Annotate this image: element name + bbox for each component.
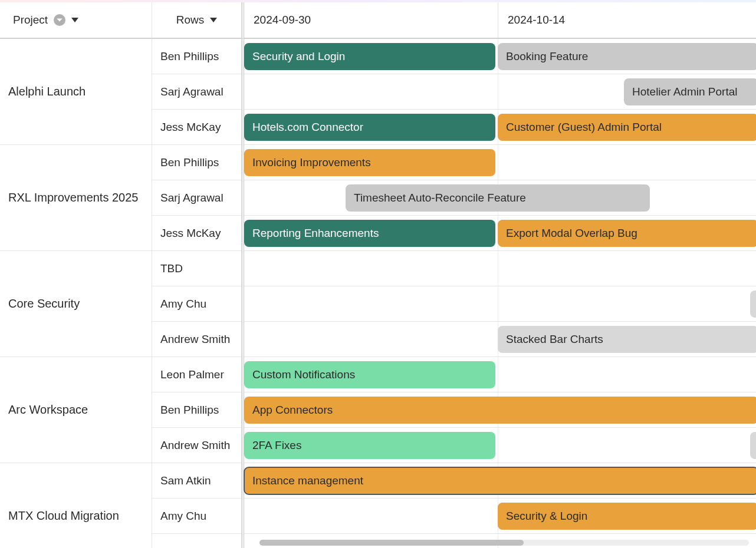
task-label: Hotelier Admin Portal <box>632 85 737 98</box>
timeline-date-label: 2024-10-14 <box>508 14 565 27</box>
task-bar[interactable]: 2FA Fixes <box>244 432 495 459</box>
column-header-rows[interactable]: Rows <box>152 2 242 39</box>
task-label: Security and Login <box>252 50 345 63</box>
task-bar[interactable]: Custom Notifications <box>244 361 495 388</box>
person-row[interactable]: Sarj Agrawal <box>152 74 242 110</box>
task-label: Security & Login <box>506 510 587 523</box>
caret-down-icon[interactable] <box>71 18 78 22</box>
person-name: Leon Palmer <box>160 368 224 381</box>
task-label: Stacked Bar Charts <box>506 333 603 346</box>
timeline-row[interactable]: Reporting EnhancementsExport Modal Overl… <box>244 216 756 251</box>
timeline-row[interactable]: Security and LoginBooking Feature <box>244 39 756 74</box>
person-row[interactable]: Leon Palmer <box>152 357 242 392</box>
person-name: Ben Phillips <box>160 156 219 169</box>
person-row[interactable]: Ben Phillips <box>152 392 242 428</box>
rows-column: TBDAmy ChuAndrew Smith <box>152 251 242 357</box>
task-bar[interactable]: Customer (Guest) Admin Portal <box>498 114 756 141</box>
rows-column: Sam AtkinAmy Chu <box>152 463 242 548</box>
person-name: Sarj Agrawal <box>160 192 223 204</box>
task-label: Booking Feature <box>506 50 588 63</box>
timeline-header: 2024-09-30 2024-10-14 <box>242 2 756 39</box>
timeline-column: Stacked Bar Charts <box>242 251 756 357</box>
person-row[interactable] <box>152 534 242 548</box>
person-name: Jess McKay <box>160 121 221 134</box>
project-cell[interactable]: Arc Workspace <box>0 357 152 463</box>
task-bar[interactable] <box>750 290 756 318</box>
project-cell[interactable]: Core Security <box>0 251 152 357</box>
timeline-row[interactable]: 2FA Fixes <box>244 428 756 463</box>
timeline-row[interactable]: Security & Login <box>244 499 756 534</box>
timeline-row[interactable]: App Connectors <box>244 392 756 428</box>
project-header-label: Project <box>13 14 48 27</box>
timeline-date-label: 2024-09-30 <box>254 14 311 27</box>
task-bar[interactable]: Reporting Enhancements <box>244 220 495 247</box>
timeline-date[interactable]: 2024-10-14 <box>498 2 756 38</box>
person-name: Ben Phillips <box>160 404 219 417</box>
timeline-row[interactable] <box>244 251 756 286</box>
person-name: Jess McKay <box>160 227 221 240</box>
project-name: Core Security <box>8 297 80 311</box>
person-name: Ben Phillips <box>160 50 219 63</box>
task-label: App Connectors <box>252 404 333 417</box>
person-name: Sarj Agrawal <box>160 85 223 98</box>
task-bar[interactable]: Security & Login <box>498 503 756 530</box>
task-bar[interactable]: Security and Login <box>244 43 495 70</box>
task-bar[interactable]: Stacked Bar Charts <box>498 326 756 353</box>
project-name: RXL Improvements 2025 <box>8 191 138 204</box>
timeline-column: Security and LoginBooking FeatureHotelie… <box>242 39 756 145</box>
task-bar[interactable] <box>750 432 756 459</box>
task-label: Export Modal Overlap Bug <box>506 227 637 240</box>
timeline-row[interactable]: Instance management <box>244 463 756 499</box>
person-name: Amy Chu <box>160 510 206 523</box>
project-cell[interactable]: MTX Cloud Migration <box>0 463 152 548</box>
person-name: Amy Chu <box>160 298 206 311</box>
timeline-date[interactable]: 2024-09-30 <box>244 2 498 38</box>
timeline-row[interactable]: Stacked Bar Charts <box>244 322 756 357</box>
task-label: Timesheet Auto-Reconcile Feature <box>354 192 526 204</box>
timeline-column: Invoicing ImprovementsTimesheet Auto-Rec… <box>242 145 756 251</box>
horizontal-scrollbar[interactable] <box>259 540 749 546</box>
timeline-row[interactable]: Hotelier Admin Portal <box>244 74 756 110</box>
task-label: Custom Notifications <box>252 368 355 381</box>
project-cell[interactable]: Alelphi Launch <box>0 39 152 145</box>
timeline-row[interactable]: Invoicing Improvements <box>244 145 756 180</box>
person-row[interactable]: Ben Phillips <box>152 145 242 180</box>
rows-column: Ben PhillipsSarj AgrawalJess McKay <box>152 145 242 251</box>
task-label: Instance management <box>252 474 363 487</box>
task-bar[interactable]: Hotels.com Connector <box>244 114 495 141</box>
task-label: Reporting Enhancements <box>252 227 379 240</box>
person-row[interactable]: Sarj Agrawal <box>152 180 242 216</box>
timeline-row[interactable]: Timesheet Auto-Reconcile Feature <box>244 180 756 216</box>
person-name: TBD <box>160 262 183 275</box>
task-label: Invoicing Improvements <box>252 156 371 169</box>
person-row[interactable]: Andrew Smith <box>152 428 242 463</box>
task-bar[interactable]: Export Modal Overlap Bug <box>498 220 756 247</box>
scrollbar-thumb[interactable] <box>259 540 524 546</box>
timeline-row[interactable] <box>244 286 756 322</box>
person-name: Andrew Smith <box>160 439 230 452</box>
timeline-row[interactable]: Custom Notifications <box>244 357 756 392</box>
task-bar[interactable]: Invoicing Improvements <box>244 149 495 176</box>
timeline-row[interactable]: Hotels.com ConnectorCustomer (Guest) Adm… <box>244 110 756 145</box>
project-name: MTX Cloud Migration <box>8 509 119 523</box>
person-row[interactable]: Sam Atkin <box>152 463 242 499</box>
person-row[interactable]: Andrew Smith <box>152 322 242 357</box>
task-bar[interactable]: Booking Feature <box>498 43 756 70</box>
task-label: 2FA Fixes <box>252 439 301 452</box>
task-label: Customer (Guest) Admin Portal <box>506 121 662 134</box>
task-bar[interactable]: App Connectors <box>244 397 756 424</box>
person-row[interactable]: Amy Chu <box>152 286 242 322</box>
task-bar[interactable]: Instance management <box>244 467 756 494</box>
person-row[interactable]: Amy Chu <box>152 499 242 534</box>
column-header-project[interactable]: Project <box>0 2 152 39</box>
person-row[interactable]: Ben Phillips <box>152 39 242 74</box>
project-cell[interactable]: RXL Improvements 2025 <box>0 145 152 251</box>
caret-down-icon[interactable] <box>210 18 217 22</box>
rows-column: Leon PalmerBen PhillipsAndrew Smith <box>152 357 242 463</box>
person-row[interactable]: Jess McKay <box>152 110 242 145</box>
task-bar[interactable]: Timesheet Auto-Reconcile Feature <box>346 184 650 212</box>
person-row[interactable]: Jess McKay <box>152 216 242 251</box>
person-row[interactable]: TBD <box>152 251 242 286</box>
chevron-down-circle-icon[interactable] <box>54 14 65 26</box>
task-bar[interactable]: Hotelier Admin Portal <box>624 78 756 105</box>
